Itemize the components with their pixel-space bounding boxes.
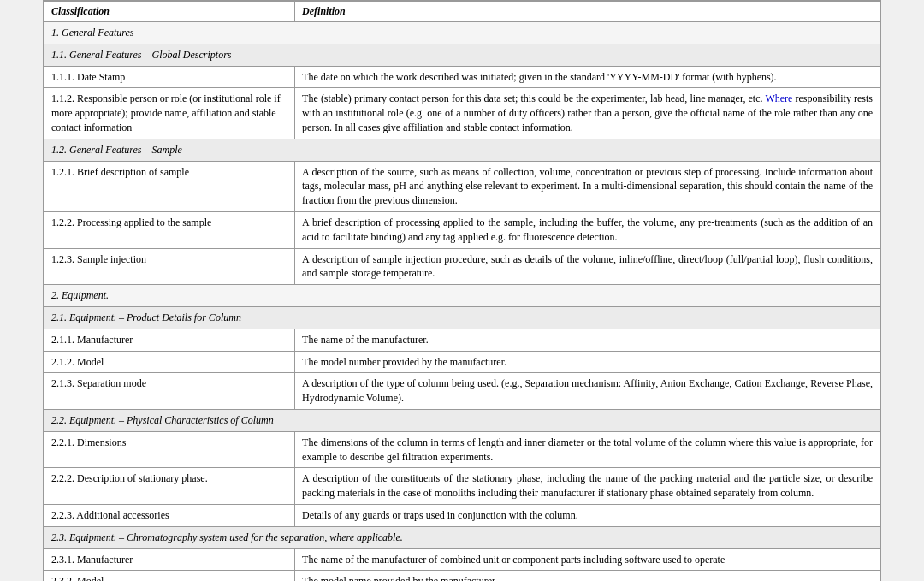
classification-cell: 2.2.3. Additional accessories (44, 504, 295, 526)
classification-cell: 2.1.3. Separation mode (44, 373, 295, 410)
classification-cell: 1.2.2. Processing applied to the sample (44, 211, 295, 248)
definition-cell: A description of sample injection proced… (295, 248, 880, 285)
sub-section-header-cell: 1.2. General Features – Sample (44, 139, 880, 161)
definition-cell: The name of the manufacturer. (295, 329, 880, 351)
definition-cell: A description of the constituents of the… (295, 468, 880, 505)
classification-cell: 2.1.1. Manufacturer (44, 329, 295, 351)
definition-cell: Details of any guards or traps used in c… (295, 504, 880, 526)
sub-section-header-cell: 2.2. Equipment. – Physical Characteristi… (44, 409, 880, 431)
definition-cell: The model number provided by the manufac… (295, 351, 880, 373)
classification-table: Classification Definition 1. General Fea… (44, 1, 880, 581)
definition-cell: A brief description of processing applie… (295, 211, 880, 248)
definition-cell: A description of the source, such as mea… (295, 161, 880, 211)
sub-section-header-cell: 2.3. Equipment. – Chromatography system … (44, 526, 880, 548)
header-definition: Definition (295, 2, 880, 22)
definition-cell: The (stable) primary contact person for … (295, 88, 880, 139)
header-classification: Classification (44, 2, 295, 22)
classification-cell: 2.2.2. Description of stationary phase. (44, 468, 295, 505)
sub-section-header-cell: 1.1. General Features – Global Descripto… (44, 44, 880, 66)
classification-cell: 2.1.2. Model (44, 351, 295, 373)
classification-cell: 1.1.2. Responsible person or role (or in… (44, 88, 295, 139)
classification-cell: 1.1.1. Date Stamp (44, 66, 295, 88)
classification-cell: 2.3.1. Manufacturer (44, 548, 295, 571)
section-header-cell: 1. General Features (44, 22, 880, 44)
definition-cell: The model name provided by the manufactu… (295, 571, 880, 581)
definition-cell: The dimensions of the column in terms of… (295, 431, 880, 468)
definition-cell: A description of the type of column bein… (295, 373, 880, 410)
definition-cell: The date on which the work described was… (295, 66, 880, 88)
definition-cell: The name of the manufacturer of combined… (295, 548, 880, 571)
section-header-cell: 2. Equipment. (44, 285, 880, 307)
classification-cell: 1.2.1. Brief description of sample (44, 161, 295, 211)
sub-section-header-cell: 2.1. Equipment. – Product Details for Co… (44, 306, 880, 329)
main-table-container: Classification Definition 1. General Fea… (43, 0, 881, 581)
classification-cell: 2.2.1. Dimensions (44, 431, 295, 468)
classification-cell: 2.3.2. Model (44, 571, 295, 581)
classification-cell: 1.2.3. Sample injection (44, 248, 295, 285)
